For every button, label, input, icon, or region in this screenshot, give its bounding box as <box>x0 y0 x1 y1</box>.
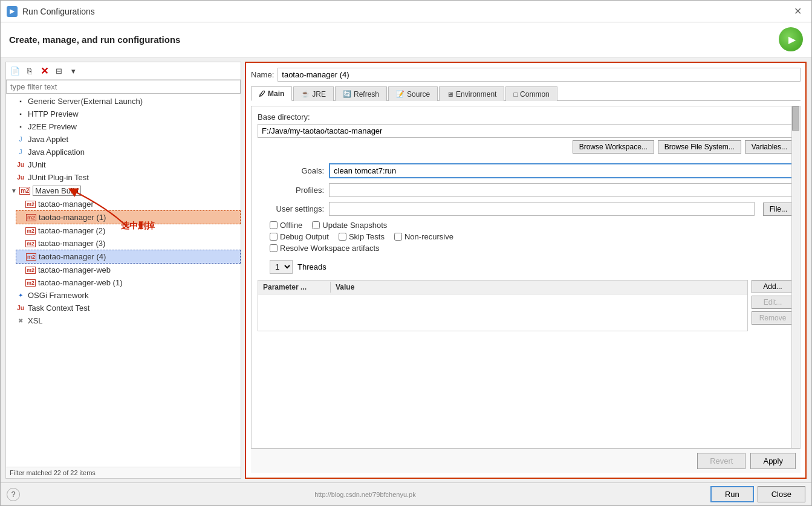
maven-group-label: Maven Build <box>33 186 81 196</box>
help-button[interactable]: ? <box>7 488 20 501</box>
item-label: taotao-manager-web (1) <box>38 278 122 287</box>
osgi-icon: ✦ <box>16 291 25 300</box>
goals-input[interactable] <box>329 163 794 178</box>
main-tab-label: Main <box>268 89 284 98</box>
list-item[interactable]: m2 taotao-manager-web <box>16 264 241 276</box>
filter-input[interactable] <box>6 80 241 94</box>
tab-environment[interactable]: 🖥 Environment <box>439 86 504 101</box>
junit-icon: Ju <box>16 161 25 169</box>
checkbox-row-3: Resolve Workspace artifacts <box>270 244 794 253</box>
window-close-button[interactable]: ✕ <box>790 4 805 18</box>
list-item-osgi[interactable]: ✦ OSGi Framework <box>6 289 241 302</box>
expand-arrow: ▼ <box>11 187 17 194</box>
filter-status: Filter matched 22 of 22 items <box>6 467 241 478</box>
edit-param-button[interactable]: Edit... <box>752 296 794 309</box>
source-tab-icon: 📝 <box>396 90 404 98</box>
list-item[interactable]: Ju JUnit Plug-in Test <box>6 171 241 184</box>
resolve-workspace-label: Resolve Workspace artifacts <box>280 244 380 253</box>
name-label: Name: <box>251 70 274 79</box>
java-app-icon: J <box>16 148 25 157</box>
new-config-button[interactable]: 📄 <box>8 64 22 77</box>
browse-filesystem-button[interactable]: Browse File System... <box>658 140 741 154</box>
filter-button[interactable]: ▾ <box>67 64 80 77</box>
list-item-taotao-4[interactable]: m2 taotao-manager (4) <box>16 250 241 264</box>
list-item[interactable]: Ju JUnit <box>6 158 241 171</box>
update-snapshots-checkbox[interactable] <box>312 221 320 229</box>
run-config-icon: ▶ <box>7 6 18 17</box>
checkbox-row-1: Offline Update Snapshots <box>270 221 794 230</box>
scrollbar-thumb[interactable] <box>792 106 799 131</box>
list-item[interactable]: m2 taotao-manager <box>16 198 241 210</box>
profiles-label: Profiles: <box>258 186 324 195</box>
collapse-all-button[interactable]: ⊟ <box>52 64 65 77</box>
list-item[interactable]: ▪ J2EE Preview <box>6 120 241 133</box>
offline-checkbox[interactable] <box>270 221 278 229</box>
profiles-input[interactable] <box>329 183 794 197</box>
file-button[interactable]: File... <box>763 203 794 216</box>
debug-output-label: Debug Output <box>280 232 329 241</box>
remove-param-button[interactable]: Remove <box>752 311 794 325</box>
checkboxes-section: Offline Update Snapshots Debug Output <box>258 221 794 255</box>
params-action-buttons: Add... Edit... Remove <box>752 280 794 335</box>
base-directory-input[interactable] <box>258 124 794 138</box>
threads-label: Threads <box>297 262 326 271</box>
debug-output-checkbox-item: Debug Output <box>270 232 329 241</box>
run-large-button[interactable] <box>779 27 803 51</box>
m2-icon: m2 <box>25 240 36 247</box>
maven-build-group[interactable]: ▼ m2 Maven Build <box>6 184 241 198</box>
apply-button[interactable]: Apply <box>750 453 796 469</box>
offline-label: Offline <box>280 221 302 230</box>
list-item-xsl[interactable]: ✖ XSL <box>6 314 241 327</box>
non-recursive-checkbox-item: Non-recursive <box>394 232 453 241</box>
jre-tab-icon: ☕ <box>301 90 310 98</box>
revert-button[interactable]: Revert <box>697 453 745 469</box>
main-tab-icon: 🖊 <box>259 90 265 97</box>
user-settings-row: User settings: File... <box>258 202 794 216</box>
item-label: OSGi Framework <box>28 291 88 300</box>
base-directory-section: Base directory: Browse Workspace... Brow… <box>258 112 794 160</box>
list-item[interactable]: ▪ Generic Server(External Launch) <box>6 95 241 108</box>
params-section: Parameter ... Value Add... Edit... Remov… <box>258 280 794 335</box>
list-item-taotao-1[interactable]: m2 taotao-manager (1) <box>16 210 241 224</box>
title-bar: ▶ Run Configurations ✕ <box>1 1 811 22</box>
skip-tests-checkbox[interactable] <box>339 233 346 241</box>
list-item[interactable]: J Java Application <box>6 146 241 158</box>
list-item[interactable]: m2 taotao-manager-web (1) <box>16 276 241 289</box>
browse-workspace-button[interactable]: Browse Workspace... <box>573 140 654 154</box>
list-item[interactable]: J Java Applet <box>6 133 241 146</box>
jre-tab-label: JRE <box>312 90 326 99</box>
m2-icon: m2 <box>25 267 36 274</box>
variables-button[interactable]: Variables... <box>745 140 794 154</box>
http-preview-icon: ▪ <box>16 110 25 118</box>
item-label: taotao-manager (3) <box>38 239 105 248</box>
scrollbar-track[interactable] <box>791 106 800 448</box>
add-param-button[interactable]: Add... <box>752 280 794 293</box>
config-bottom-bar: Revert Apply <box>251 449 801 473</box>
resolve-workspace-checkbox[interactable] <box>270 244 278 252</box>
m2-icon: m2 <box>25 279 36 287</box>
list-item[interactable]: m2 taotao-manager (2) <box>16 224 241 237</box>
filter-status-text: Filter matched 22 of 22 items <box>10 469 96 476</box>
tab-main[interactable]: 🖊 Main <box>251 86 292 101</box>
run-button[interactable]: Run <box>710 486 754 502</box>
item-label: Java Application <box>28 148 85 157</box>
tab-jre[interactable]: ☕ JRE <box>293 86 334 101</box>
debug-output-checkbox[interactable] <box>270 233 278 241</box>
list-item-task[interactable]: Ju Task Context Test <box>6 302 241 314</box>
tab-common[interactable]: □ Common <box>505 86 557 101</box>
name-input[interactable] <box>278 68 801 82</box>
left-panel: 📄 ⎘ ✕ ⊟ ▾ ▪ Generic Server(External Laun… <box>5 62 241 479</box>
threads-row: 1 2 4 Threads <box>258 260 794 274</box>
non-recursive-checkbox[interactable] <box>394 233 402 241</box>
delete-config-button[interactable]: ✕ <box>37 64 51 77</box>
list-item[interactable]: ▪ HTTP Preview <box>6 108 241 120</box>
base-directory-label: Base directory: <box>258 112 794 122</box>
tab-refresh[interactable]: 🔄 Refresh <box>335 86 387 101</box>
close-button[interactable]: Close <box>758 486 805 502</box>
skip-tests-checkbox-item: Skip Tests <box>339 232 385 241</box>
tab-source[interactable]: 📝 Source <box>388 86 438 101</box>
user-settings-input[interactable] <box>329 202 755 216</box>
list-item[interactable]: m2 taotao-manager (3) <box>16 237 241 250</box>
threads-select[interactable]: 1 2 4 <box>270 260 293 274</box>
copy-config-button[interactable]: ⎘ <box>23 64 36 77</box>
